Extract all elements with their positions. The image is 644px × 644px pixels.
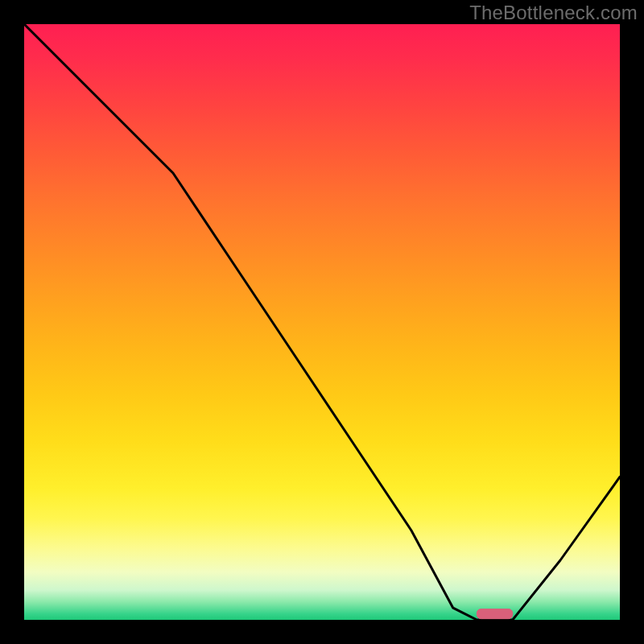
plot-area xyxy=(24,24,620,620)
plot-svg xyxy=(24,24,620,620)
watermark-text: TheBottleneck.com xyxy=(469,2,638,24)
optimal-range-marker xyxy=(477,609,512,619)
bottleneck-curve xyxy=(24,24,620,620)
chart-frame: TheBottleneck.com xyxy=(0,0,644,644)
